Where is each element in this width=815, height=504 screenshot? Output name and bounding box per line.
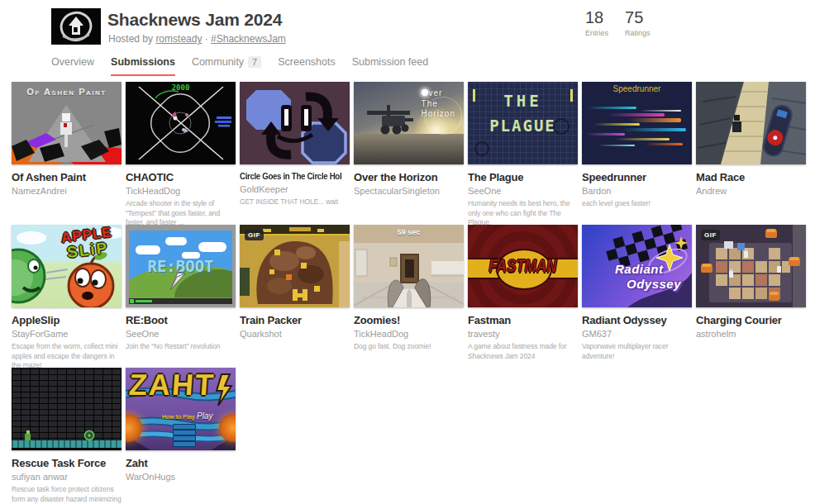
- charging-courier-art: GIF: [696, 225, 806, 307]
- mad-race-scene: [696, 82, 806, 164]
- tab-screenshots[interactable]: Screenshots: [278, 56, 335, 74]
- game-title[interactable]: CHAOTIC: [126, 172, 236, 183]
- game-card-over-the-horizon: ver The Horizon Over the Horizon Spectac…: [354, 82, 464, 225]
- menu-button: [173, 441, 196, 447]
- reboot-screen: RE:BOOT: [129, 231, 232, 304]
- game-title[interactable]: Charging Courier: [696, 315, 806, 326]
- game-card-fastman: FASTMAN Fastman travesty A game about fa…: [468, 225, 578, 368]
- over-horizon-art: ver The Horizon: [354, 82, 464, 164]
- game-card-speedrunner: Speedrunner Speedrunner Bardon each leve…: [582, 82, 692, 225]
- video-progress-bar: [129, 298, 232, 304]
- appleslip-art: APPLE SLiP: [12, 225, 122, 307]
- game-thumbnail-rescue-task-force[interactable]: [12, 368, 122, 450]
- radiant-odyssey-art: Radiant Odyssey: [582, 225, 692, 307]
- game-description: Join the “No Restart” revolution: [126, 342, 236, 351]
- game-title[interactable]: Radiant Odyssey: [582, 315, 692, 326]
- separator-dot: ·: [205, 33, 208, 45]
- gif-badge: GIF: [245, 230, 264, 240]
- game-card-reboot: RE:BOOT RE:Boot SeeOne Join the “No Rest…: [126, 225, 236, 368]
- game-author[interactable]: Quarkshot: [240, 329, 350, 339]
- plague-art: THE PLAGUE: [468, 82, 578, 164]
- game-author[interactable]: WarOnHugs: [126, 472, 236, 482]
- game-description: Escape from the worm, collect mini apple…: [12, 342, 122, 370]
- tab-submission-feed[interactable]: Submission feed: [352, 56, 428, 74]
- game-card-the-plague: THE PLAGUE The Plague SeeOne Humanity ne…: [468, 82, 578, 225]
- game-thumbnail-reboot[interactable]: RE:BOOT: [126, 225, 236, 307]
- game-author[interactable]: GM637: [582, 329, 692, 339]
- zaht-title-text: ZAHT: [126, 368, 219, 402]
- speedrunner-art: Speedrunner: [582, 82, 692, 164]
- game-title[interactable]: Circle Goes in The Circle Hole: [240, 172, 342, 182]
- game-author[interactable]: Andrew: [696, 186, 806, 196]
- speed-streak: [640, 110, 681, 112]
- game-author[interactable]: travesty: [468, 329, 578, 339]
- game-thumbnail-circle-goes[interactable]: [240, 82, 350, 164]
- game-card-train-packer: GIF Train Packer Quarkshot: [240, 225, 350, 368]
- hashtag-link[interactable]: #ShacknewsJam: [211, 33, 286, 45]
- tab-overview[interactable]: Overview: [51, 56, 94, 74]
- game-title[interactable]: Over the Horizon: [354, 172, 464, 183]
- game-title[interactable]: Speedrunner: [582, 172, 692, 183]
- game-title[interactable]: AppleSlip: [12, 315, 122, 326]
- game-author[interactable]: NamezAndrei: [12, 186, 122, 196]
- of-ashen-paint-title-text: Of Ashen Paint: [12, 87, 122, 97]
- game-description: GET INSIDE THAT HOLE... wait: [240, 197, 350, 207]
- game-author[interactable]: GoldKeeper: [240, 184, 350, 194]
- game-thumbnail-appleslip[interactable]: APPLE SLiP: [12, 225, 122, 307]
- game-author[interactable]: SeeOne: [468, 186, 578, 196]
- game-title[interactable]: Zaht: [126, 458, 236, 469]
- game-card-circle-goes: Circle Goes in The Circle Hole GoldKeepe…: [240, 82, 350, 225]
- game-title[interactable]: Rescue Task Force: [12, 458, 122, 469]
- zaht-art: ZAHT How to Play Play: [126, 368, 236, 450]
- game-description: Arcade shooter in the style of “Tempest”…: [126, 199, 236, 227]
- fastman-art: FASTMAN: [468, 225, 578, 307]
- zoomies-scene: [354, 225, 464, 307]
- game-thumbnail-charging-courier[interactable]: GIF: [696, 225, 806, 307]
- game-description: A game about fastness made for Shacknews…: [468, 342, 578, 361]
- game-title[interactable]: Train Packer: [240, 315, 350, 326]
- entries-count: 18: [585, 8, 608, 27]
- game-title[interactable]: RE:Boot: [126, 315, 236, 326]
- game-title[interactable]: Fastman: [468, 315, 578, 326]
- game-thumbnail-fastman[interactable]: FASTMAN: [468, 225, 578, 307]
- game-title[interactable]: Zoomies!: [354, 315, 464, 326]
- tab-community[interactable]: Community7: [192, 56, 261, 74]
- game-card-of-ashen-paint: Of Ashen Paint Of Ashen Paint NamezAndre…: [12, 82, 122, 225]
- game-card-mad-race: Mad Race Andrew: [696, 82, 806, 225]
- game-card-chaotic: 2000 CHAOTIC TickHeadDog Arcade shooter …: [126, 82, 236, 225]
- host-link[interactable]: romsteady: [155, 33, 202, 45]
- game-author[interactable]: SpectacularSingleton: [354, 186, 464, 196]
- game-author[interactable]: SeeOne: [126, 329, 236, 339]
- speed-streak: [622, 128, 686, 131]
- tab-submissions[interactable]: Submissions: [111, 56, 175, 76]
- game-thumbnail-mad-race[interactable]: [696, 82, 806, 164]
- game-thumbnail-the-plague[interactable]: THE PLAGUE: [468, 82, 578, 164]
- game-title[interactable]: Of Ashen Paint: [12, 172, 122, 183]
- game-thumbnail-speedrunner[interactable]: Speedrunner: [582, 82, 692, 164]
- game-thumbnail-zoomies[interactable]: 59 sec: [354, 225, 464, 307]
- game-description: Dog go fast. Dog zoomie!: [354, 342, 464, 351]
- game-author[interactable]: StayForGame: [12, 329, 122, 339]
- game-author[interactable]: TickHeadDog: [126, 186, 236, 196]
- submissions-grid: Of Ashen Paint Of Ashen Paint NamezAndre…: [12, 82, 810, 504]
- game-description: each level goes faster!: [582, 199, 692, 208]
- game-thumbnail-train-packer[interactable]: GIF: [240, 225, 350, 307]
- game-author[interactable]: astrohelm: [696, 329, 806, 339]
- game-author[interactable]: Bardon: [582, 186, 692, 196]
- game-title[interactable]: The Plague: [468, 172, 578, 183]
- circle-hole-scene: [240, 82, 350, 164]
- game-author[interactable]: TickHeadDog: [354, 329, 464, 339]
- menu-button: [173, 430, 196, 435]
- game-thumbnail-radiant-odyssey[interactable]: Radiant Odyssey: [582, 225, 692, 307]
- play-icon: [130, 299, 134, 303]
- game-thumbnail-over-the-horizon[interactable]: ver The Horizon: [354, 82, 464, 164]
- jam-logo[interactable]: [51, 8, 101, 45]
- game-card-zoomies: 59 sec Zoomies! TickHeadDog Dog go fast.…: [354, 225, 464, 368]
- reboot-art: RE:BOOT: [126, 225, 236, 307]
- game-thumbnail-zaht[interactable]: ZAHT How to Play Play: [126, 368, 236, 450]
- speed-streak: [628, 118, 681, 122]
- game-thumbnail-chaotic[interactable]: 2000: [126, 82, 236, 164]
- game-author[interactable]: sufiyan anwar: [12, 472, 122, 482]
- game-thumbnail-of-ashen-paint[interactable]: Of Ashen Paint: [12, 82, 122, 164]
- game-title[interactable]: Mad Race: [696, 172, 806, 183]
